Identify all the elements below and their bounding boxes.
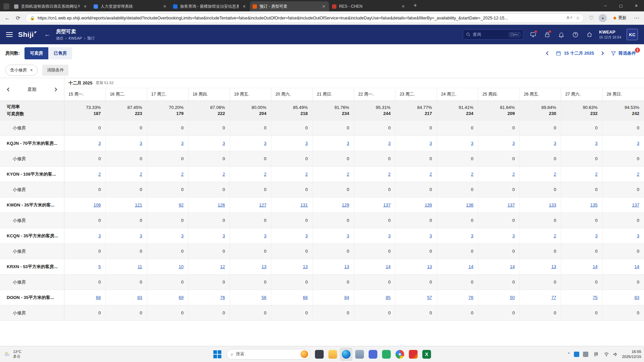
availability-link[interactable]: 3 [264, 141, 266, 146]
availability-link[interactable]: 3 [637, 233, 639, 238]
availability-link[interactable]: 3 [637, 141, 639, 146]
availability-link[interactable]: 3 [554, 141, 556, 146]
tab-close-icon[interactable]: ✕ [321, 4, 326, 9]
new-tab-button[interactable]: + [411, 1, 420, 10]
global-search[interactable]: Ctrl+/ [463, 29, 523, 40]
availability-link[interactable]: 3 [388, 141, 390, 146]
toggle-sold[interactable]: 已售房 [48, 47, 72, 59]
url-text[interactable]: https://cn1.web.ep.shiji.world/reports/a… [38, 16, 564, 20]
close-button[interactable]: ✕ [629, 0, 644, 11]
availability-link[interactable]: 57 [427, 295, 432, 300]
maximize-button[interactable]: ▢ [613, 0, 629, 11]
availability-link[interactable]: 2 [512, 172, 515, 177]
availability-link[interactable]: 92 [179, 202, 183, 207]
taskbar-icon-explorer[interactable] [327, 348, 339, 361]
availability-link[interactable]: 76 [469, 295, 473, 300]
cashier-lock-icon[interactable] [543, 30, 551, 39]
availability-link[interactable]: 10 [179, 264, 183, 269]
browser-tab[interactable]: 贵阳机场智选假日酒店系统网址与...✕ [11, 1, 91, 11]
availability-link[interactable]: 129 [342, 202, 349, 207]
availability-link[interactable]: 75 [593, 295, 597, 300]
availability-link[interactable]: 127 [259, 202, 266, 207]
availability-link[interactable]: 3 [305, 141, 308, 146]
availability-link[interactable]: 2 [554, 233, 556, 238]
availability-link[interactable]: 2 [388, 172, 390, 177]
availability-link[interactable]: 83 [635, 295, 639, 300]
availability-link[interactable]: 139 [425, 202, 432, 207]
availability-link[interactable]: 133 [549, 202, 556, 207]
availability-link[interactable]: 13 [551, 264, 556, 269]
availability-link[interactable]: 3 [430, 233, 432, 238]
tab-close-icon[interactable]: ✕ [162, 4, 167, 9]
bookmark-star-icon[interactable]: ☆ [576, 16, 580, 20]
availability-link[interactable]: 3 [347, 233, 349, 238]
availability-link[interactable]: 2 [595, 172, 597, 177]
availability-link[interactable]: 2 [98, 172, 101, 177]
tray-app-icon-1[interactable] [574, 352, 579, 357]
availability-link[interactable]: 2 [471, 172, 473, 177]
availability-link[interactable]: 106 [94, 202, 101, 207]
tab-close-icon[interactable]: ✕ [83, 4, 88, 9]
availability-link[interactable]: 14 [510, 264, 515, 269]
network-icon[interactable] [604, 352, 609, 357]
availability-link[interactable]: 56 [262, 295, 266, 300]
taskbar-icon-store[interactable] [354, 348, 366, 361]
availability-link[interactable]: 137 [507, 202, 515, 207]
toggle-sellable[interactable]: 可卖房 [24, 47, 48, 59]
breadcrumb-hotel[interactable]: 酒店 [56, 36, 63, 41]
browser-tab[interactable]: 人力资源管理系统✕ [91, 1, 170, 11]
breadcrumb-property[interactable]: KWEAP [69, 36, 82, 40]
tab-close-icon[interactable]: ✕ [241, 4, 247, 9]
taskbar-icon-edge[interactable] [340, 348, 352, 361]
taskbar-icon-wechat[interactable] [380, 348, 392, 361]
tab-search-icon[interactable] [3, 3, 9, 9]
availability-link[interactable]: 3 [140, 141, 142, 146]
update-button[interactable]: 更新 [611, 14, 629, 22]
availability-link[interactable]: 137 [383, 202, 391, 207]
availability-link[interactable]: 3 [388, 233, 390, 238]
availability-link[interactable]: 14 [469, 264, 473, 269]
availability-link[interactable]: 12 [220, 264, 225, 269]
tray-chevron-up-icon[interactable]: ⌃ [567, 352, 570, 357]
user-avatar[interactable]: KC [627, 29, 638, 40]
browser-profile-avatar[interactable]: ● [599, 14, 607, 22]
availability-link[interactable]: 5 [98, 264, 101, 269]
volume-icon[interactable] [613, 352, 618, 357]
availability-link[interactable]: 3 [595, 233, 597, 238]
availability-link[interactable]: 2 [264, 172, 266, 177]
availability-link[interactable]: 14 [593, 264, 597, 269]
availability-link[interactable]: 121 [135, 202, 142, 207]
availability-link[interactable]: 3 [222, 233, 225, 238]
availability-link[interactable]: 50 [510, 295, 515, 300]
device-status-icon[interactable] [529, 30, 537, 39]
taskbar-search[interactable]: ⌕ 搜索 [226, 349, 310, 360]
availability-link[interactable]: 14 [386, 264, 390, 269]
availability-link[interactable]: 2 [637, 172, 639, 177]
availability-link[interactable]: 3 [512, 233, 515, 238]
chip-close-icon[interactable]: ✕ [30, 68, 33, 72]
availability-link[interactable]: 77 [551, 295, 556, 300]
ime-indicator[interactable]: 拼 [592, 350, 600, 358]
weather-widget[interactable]: 13°C 多云 [3, 350, 21, 359]
search-highlight-icon[interactable] [301, 350, 308, 358]
availability-link[interactable]: 85 [386, 295, 390, 300]
availability-link[interactable]: 2 [305, 172, 308, 177]
availability-link[interactable]: 13 [344, 264, 349, 269]
tray-app-icon-2[interactable] [583, 352, 588, 357]
taskbar-icon-redapp[interactable] [407, 348, 419, 361]
availability-link[interactable]: 2 [181, 172, 183, 177]
availability-link[interactable]: 68 [96, 295, 101, 300]
date-prev-icon[interactable] [544, 50, 551, 57]
availability-link[interactable]: 137 [632, 202, 639, 207]
home-icon[interactable] [585, 30, 594, 39]
start-button[interactable] [211, 348, 223, 361]
notifications-bell-icon[interactable] [557, 30, 566, 39]
availability-link[interactable]: 2 [347, 172, 349, 177]
availability-link[interactable]: 3 [347, 141, 349, 146]
search-input[interactable] [473, 32, 507, 37]
clear-filters-button[interactable]: 清除条件 [42, 65, 68, 76]
browser-essentials-icon[interactable]: ♡ [588, 15, 595, 21]
taskbar-icon-app1[interactable] [313, 348, 325, 361]
availability-link[interactable]: 3 [430, 141, 432, 146]
availability-link[interactable]: 136 [466, 202, 474, 207]
